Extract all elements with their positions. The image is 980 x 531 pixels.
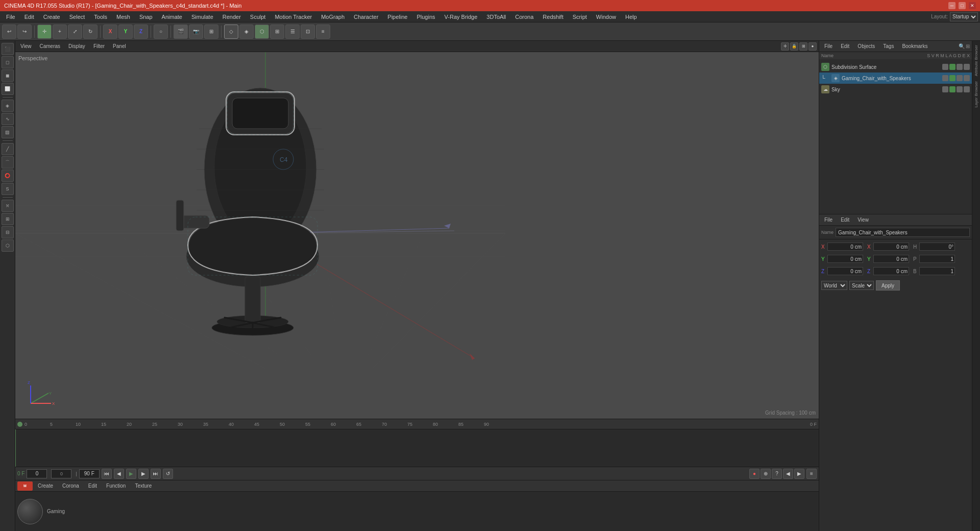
z-axis-button[interactable]: Z bbox=[134, 25, 148, 39]
attr-edit-menu[interactable]: Edit bbox=[838, 216, 852, 224]
tool-8[interactable]: ⬡ bbox=[2, 239, 14, 252]
rotate-button[interactable]: ↻ bbox=[83, 25, 97, 39]
next-frame-button[interactable]: ▶ bbox=[138, 469, 149, 479]
menu-plugins[interactable]: Plugins bbox=[412, 13, 439, 21]
end-frame-input[interactable] bbox=[79, 469, 100, 478]
menu-3dtoall[interactable]: 3DToAll bbox=[482, 13, 510, 21]
attribute-browser-tab[interactable]: Attribute Browser bbox=[973, 43, 979, 78]
tool-6[interactable]: ⊞ bbox=[2, 213, 14, 225]
shading-button-1[interactable]: ◇ bbox=[224, 25, 238, 39]
attr-view-menu[interactable]: View bbox=[854, 216, 872, 224]
z-pos-input[interactable] bbox=[827, 267, 863, 275]
menu-snap[interactable]: Snap bbox=[135, 13, 157, 21]
layout-select[interactable]: Startup bbox=[950, 12, 978, 21]
y-axis-button[interactable]: Y bbox=[118, 25, 133, 39]
layer-browser-tab[interactable]: Layer Browser bbox=[973, 79, 979, 110]
obj-tags-menu[interactable]: Tags bbox=[880, 42, 897, 50]
mat-corona[interactable]: Corona bbox=[58, 482, 83, 490]
play-button[interactable]: ▶ bbox=[126, 469, 136, 479]
menu-corona[interactable]: Corona bbox=[511, 13, 537, 21]
x-pos-input[interactable] bbox=[827, 243, 863, 251]
menu-animate[interactable]: Animate bbox=[158, 13, 186, 21]
menu-script[interactable]: Script bbox=[569, 13, 591, 21]
rewind-button[interactable]: ⏮ bbox=[102, 469, 112, 479]
prev-key-button[interactable]: ◀ bbox=[783, 469, 793, 479]
menu-vray-bridge[interactable]: V-Ray Bridge bbox=[440, 13, 482, 21]
menu-select[interactable]: Select bbox=[65, 13, 89, 21]
coord-scale-select[interactable]: Scale bbox=[849, 281, 874, 290]
display-menu[interactable]: Display bbox=[65, 43, 88, 50]
loop-button[interactable]: ↺ bbox=[163, 469, 173, 479]
tool-objects[interactable]: ⬜ bbox=[2, 83, 14, 95]
render-to-pic-button[interactable]: 📷 bbox=[189, 25, 203, 39]
live-select-button[interactable]: ✛ bbox=[37, 25, 52, 39]
shading-button-5[interactable]: ☰ bbox=[285, 25, 300, 39]
tool-4[interactable]: S bbox=[2, 183, 14, 195]
shading-button-2[interactable]: ◈ bbox=[239, 25, 254, 39]
tool-points[interactable]: ⬛ bbox=[2, 43, 14, 55]
attr-name-field[interactable]: Gaming_Chair_with_Speakers bbox=[836, 228, 970, 237]
b-input[interactable] bbox=[919, 267, 955, 275]
window-controls[interactable]: ─ □ ✕ bbox=[948, 2, 976, 9]
view-menu[interactable]: View bbox=[17, 43, 35, 50]
y-rot-input[interactable] bbox=[873, 255, 909, 263]
obj-bookmarks-menu[interactable]: Bookmarks bbox=[899, 42, 930, 50]
move-button[interactable]: + bbox=[53, 25, 67, 39]
frame-input[interactable] bbox=[27, 469, 47, 478]
prev-frame-button[interactable]: ◀ bbox=[114, 469, 124, 479]
tool-polygons[interactable]: ◼ bbox=[2, 69, 14, 82]
menu-mograph[interactable]: MoGraph bbox=[317, 13, 349, 21]
mat-edit[interactable]: Edit bbox=[84, 482, 101, 490]
timeline-ruler[interactable]: 0 5 10 15 20 25 30 35 40 45 50 55 bbox=[15, 419, 819, 429]
timeline-settings-button[interactable]: ≡ bbox=[806, 469, 817, 479]
coord-space-select[interactable]: World Object bbox=[821, 281, 847, 290]
menu-render[interactable]: Render bbox=[218, 13, 245, 21]
menu-pipeline[interactable]: Pipeline bbox=[383, 13, 411, 21]
render-button[interactable]: 🎬 bbox=[174, 25, 188, 39]
obj-edit-menu[interactable]: Edit bbox=[838, 42, 852, 50]
vp-icon-cam[interactable]: 🔒 bbox=[790, 42, 798, 51]
obj-file-menu[interactable]: File bbox=[821, 42, 836, 50]
obj-sky[interactable]: ☁ Sky bbox=[819, 84, 972, 95]
shading-button-6[interactable]: ⊡ bbox=[301, 25, 315, 39]
vp-icon-solo[interactable]: ● bbox=[808, 42, 817, 51]
menu-tools[interactable]: Tools bbox=[90, 13, 111, 21]
key-type-button[interactable]: ? bbox=[772, 469, 782, 479]
next-key-button[interactable]: ▶ bbox=[794, 469, 804, 479]
record-button[interactable]: ● bbox=[749, 469, 760, 479]
fastfwd-button[interactable]: ⏭ bbox=[151, 469, 161, 479]
mat-function[interactable]: Function bbox=[102, 482, 130, 490]
obj-objects-menu[interactable]: Objects bbox=[854, 42, 878, 50]
timeline-content[interactable] bbox=[15, 429, 819, 467]
render-region-button[interactable]: ⊞ bbox=[204, 25, 218, 39]
z-rot-input[interactable] bbox=[873, 267, 909, 275]
tool-7[interactable]: ⊟ bbox=[2, 226, 14, 238]
x-axis-button[interactable]: X bbox=[103, 25, 117, 39]
menu-character[interactable]: Character bbox=[350, 13, 382, 21]
menu-simulate[interactable]: Simulate bbox=[187, 13, 217, 21]
menu-file[interactable]: File bbox=[2, 13, 19, 21]
tool-1[interactable]: ╱ bbox=[2, 143, 14, 155]
filter-menu[interactable]: Filter bbox=[90, 43, 108, 50]
mat-create[interactable]: Create bbox=[34, 482, 57, 490]
tool-model[interactable]: ◈ bbox=[2, 100, 14, 112]
3d-viewport[interactable]: C4 Perspective bbox=[15, 52, 819, 419]
tool-5[interactable]: ⤲ bbox=[2, 200, 14, 212]
scale-button[interactable]: ⤢ bbox=[68, 25, 82, 39]
undo-button[interactable]: ↩ bbox=[2, 25, 16, 39]
panel-menu[interactable]: Panel bbox=[110, 43, 129, 50]
frame-input-inner[interactable]: 0 bbox=[51, 469, 71, 478]
menu-edit[interactable]: Edit bbox=[20, 13, 38, 21]
shading-button-3[interactable]: ⬡ bbox=[255, 25, 269, 39]
vp-icon-grid[interactable]: ⊞ bbox=[799, 42, 807, 51]
vp-icon-move[interactable]: ✛ bbox=[781, 42, 789, 51]
menu-create[interactable]: Create bbox=[39, 13, 64, 21]
material-preview[interactable] bbox=[17, 499, 43, 524]
cameras-menu[interactable]: Cameras bbox=[37, 43, 64, 50]
menu-help[interactable]: Help bbox=[621, 13, 641, 21]
shading-button-7[interactable]: ≡ bbox=[316, 25, 330, 39]
attr-file-menu[interactable]: File bbox=[821, 216, 836, 224]
redo-button[interactable]: ↪ bbox=[17, 25, 32, 39]
shading-button-4[interactable]: ⊞ bbox=[270, 25, 284, 39]
p-input[interactable] bbox=[919, 255, 955, 263]
